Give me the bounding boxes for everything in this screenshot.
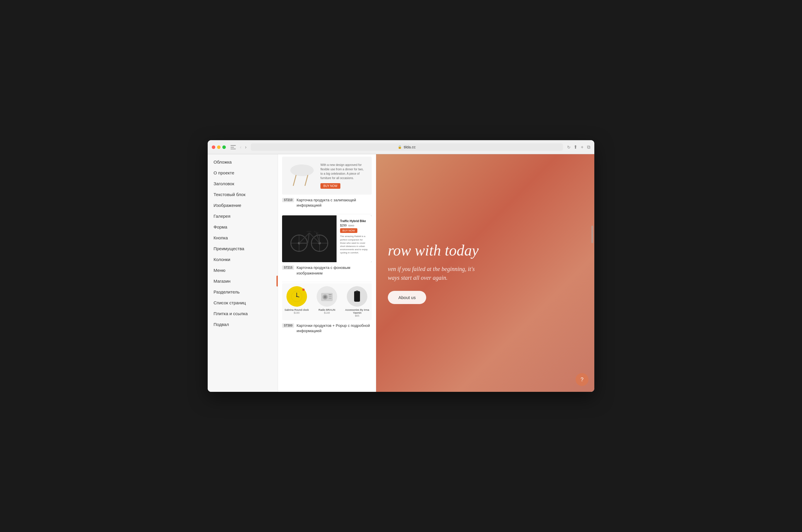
preview-subtext: ven if you failed at the beginning, it's… bbox=[388, 265, 479, 282]
bike-prices: $299 $369 bbox=[340, 224, 368, 227]
block-st215[interactable]: Traffic Hybrid Bike $299 $369 BUY NOW Th… bbox=[278, 215, 376, 280]
block-st300-name: Карточки продуктов + Popup с подробной и… bbox=[296, 323, 372, 334]
sidebar-item-knopka[interactable]: Кнопка bbox=[208, 232, 278, 243]
svg-rect-28 bbox=[329, 298, 332, 299]
sidebar-item-menyu[interactable]: Меню bbox=[208, 265, 278, 276]
sidebar-item-podval[interactable]: Подвал bbox=[208, 319, 278, 330]
scrollbar[interactable] bbox=[591, 226, 593, 243]
reload-button[interactable]: ↻ bbox=[567, 145, 570, 150]
share-button[interactable]: ⬆ bbox=[573, 144, 577, 150]
bike-image-area bbox=[282, 215, 336, 262]
browser-content: Обложка О проекте Заголовок Текстовый бл… bbox=[208, 154, 594, 392]
url-text: tilda.cc bbox=[404, 145, 415, 149]
sidebar-item-zagolovok[interactable]: Заголовок bbox=[208, 178, 278, 189]
product-table-preview: With a new design approved for flexible … bbox=[282, 156, 372, 195]
table-svg bbox=[289, 164, 315, 189]
block-st210-tag: ST210 bbox=[282, 198, 294, 202]
svg-rect-26 bbox=[329, 294, 332, 295]
maximize-button[interactable] bbox=[222, 146, 226, 149]
svg-point-31 bbox=[355, 301, 359, 302]
product-card-clock: Sabrina Round clock $190 bbox=[282, 286, 311, 317]
product-radio-price: $148 bbox=[312, 311, 341, 314]
preview-panel: row with today ven if you failed at the … bbox=[376, 154, 594, 392]
clock-img-container bbox=[287, 286, 307, 308]
sidebar-item-galereja[interactable]: Галерея bbox=[208, 211, 278, 222]
bike-title: Traffic Hybrid Bike bbox=[340, 220, 368, 223]
accessories-image bbox=[347, 286, 367, 307]
about-us-button[interactable]: About us bbox=[388, 291, 426, 304]
block-st300-label: ST300 Карточки продуктов + Popup с подро… bbox=[282, 323, 372, 334]
block-st210[interactable]: With a new design approved for flexible … bbox=[278, 154, 376, 213]
sidebar-item-forma[interactable]: Форма bbox=[208, 222, 278, 232]
svg-rect-27 bbox=[329, 297, 332, 297]
product-clock-price: $190 bbox=[282, 311, 311, 314]
sidebar-item-spisok-stranits[interactable]: Список страниц bbox=[208, 297, 278, 308]
browser-window: ‹ › 🔒 tilda.cc ↻ ⬆ + ⧉ Обложка О проекте… bbox=[208, 140, 594, 392]
svg-rect-30 bbox=[356, 290, 358, 292]
sidebar-toggle-button[interactable] bbox=[231, 145, 236, 149]
block-st300[interactable]: Sabrina Round clock $190 bbox=[278, 283, 376, 338]
bike-svg bbox=[289, 224, 330, 253]
product-card-radio: Radio BRAUN $148 bbox=[312, 286, 341, 317]
bike-product-preview: Traffic Hybrid Bike $299 $369 BUY NOW Th… bbox=[282, 215, 372, 262]
svg-point-22 bbox=[296, 296, 297, 297]
lock-icon: 🔒 bbox=[398, 145, 402, 149]
sidebar-item-o-proekte[interactable]: О проекте bbox=[208, 167, 278, 178]
buy-now-button-st210[interactable]: BUY NOW bbox=[321, 183, 340, 189]
block-st210-name: Карточка продукта с залипающей информаци… bbox=[296, 197, 372, 208]
product-cards-row: Sabrina Round clock $190 bbox=[282, 283, 372, 320]
radio-image bbox=[317, 286, 337, 307]
traffic-lights bbox=[212, 146, 226, 149]
bike-price-old: $369 bbox=[348, 224, 354, 227]
preview-content: row with today ven if you failed at the … bbox=[388, 242, 479, 304]
preview-headline: row with today bbox=[388, 242, 479, 259]
svg-line-1 bbox=[293, 175, 296, 186]
address-bar[interactable]: 🔒 tilda.cc bbox=[251, 144, 563, 151]
block-st215-name: Карточка продукта с фоновым изображением bbox=[296, 265, 372, 276]
minimize-button[interactable] bbox=[217, 146, 221, 149]
product-clock-name: Sabrina Round clock bbox=[282, 308, 311, 311]
block-st215-preview: Traffic Hybrid Bike $299 $369 BUY NOW Th… bbox=[282, 215, 372, 262]
blocks-panel: With a new design approved for flexible … bbox=[278, 154, 376, 392]
block-st210-preview: With a new design approved for flexible … bbox=[282, 156, 372, 195]
forward-button[interactable]: › bbox=[244, 144, 248, 150]
product-description-text: With a new design approved for flexible … bbox=[321, 163, 366, 180]
svg-point-0 bbox=[290, 165, 314, 176]
browser-actions: ⬆ + ⧉ bbox=[573, 144, 590, 150]
nav-arrows: ‹ › bbox=[239, 144, 248, 150]
product-radio-name: Radio BRAUN bbox=[312, 308, 341, 311]
sidebar-item-preimushhestva[interactable]: Преимущества bbox=[208, 243, 278, 254]
divider-1 bbox=[282, 214, 372, 214]
sidebar-item-kolonki[interactable]: Колонки bbox=[208, 254, 278, 265]
svg-line-12 bbox=[314, 231, 318, 233]
active-indicator bbox=[276, 276, 278, 286]
radio-svg bbox=[321, 291, 333, 302]
product-accessories-price: $65 bbox=[343, 314, 372, 317]
bike-price-new: $299 bbox=[340, 224, 347, 227]
close-button[interactable] bbox=[212, 146, 215, 149]
browser-chrome: ‹ › 🔒 tilda.cc ↻ ⬆ + ⧉ bbox=[208, 140, 594, 154]
block-st300-tag: ST300 bbox=[282, 323, 294, 328]
bike-description: The amazing Rabbit is a perfect companio… bbox=[340, 235, 368, 254]
product-card-accessories: Accessories By Irma Yasmin $65 bbox=[343, 286, 372, 317]
sidebar-item-plitka-i-ssylka[interactable]: Плитка и ссылка bbox=[208, 308, 278, 319]
block-st210-label: ST210 Карточка продукта с залипающей инф… bbox=[282, 197, 372, 208]
new-tab-button[interactable]: + bbox=[581, 145, 583, 150]
accessories-svg bbox=[353, 290, 361, 303]
block-st215-label: ST215 Карточка продукта с фоновым изобра… bbox=[282, 265, 372, 276]
back-button[interactable]: ‹ bbox=[239, 144, 242, 150]
svg-rect-29 bbox=[354, 291, 360, 302]
sidebar-item-razdelitel[interactable]: Разделитель bbox=[208, 286, 278, 297]
sidebar-item-magazin[interactable]: Магазин bbox=[208, 276, 278, 286]
sidebar-item-izobrazhenie[interactable]: Изображение bbox=[208, 200, 278, 211]
block-st300-preview: Sabrina Round clock $190 bbox=[282, 283, 372, 320]
buy-now-button-st215[interactable]: BUY NOW bbox=[340, 228, 357, 233]
svg-line-2 bbox=[305, 175, 308, 186]
product-info-text: With a new design approved for flexible … bbox=[321, 163, 366, 189]
sidebar-item-textovyy-blok[interactable]: Текстовый блок bbox=[208, 189, 278, 200]
tab-overview-button[interactable]: ⧉ bbox=[587, 145, 590, 150]
help-button[interactable]: ? bbox=[576, 373, 588, 386]
clock-svg bbox=[291, 290, 303, 302]
sidebar: Обложка О проекте Заголовок Текстовый бл… bbox=[208, 154, 278, 392]
sidebar-item-oblozhka[interactable]: Обложка bbox=[208, 156, 278, 167]
